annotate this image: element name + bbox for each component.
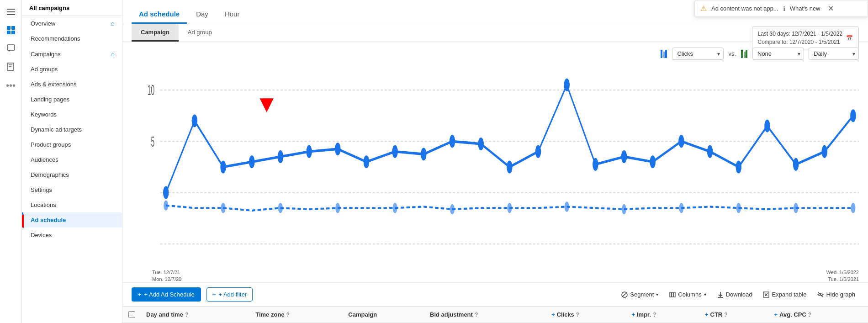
svg-rect-14 — [665, 50, 667, 58]
avg-cpc-info-icon[interactable]: ? — [808, 312, 811, 318]
sidebar-item-adgroups[interactable]: Ad groups — [22, 62, 122, 77]
series-icon-1[interactable] — [660, 49, 667, 59]
dashboard-icon-btn[interactable] — [3, 22, 19, 38]
notification-info-icon[interactable]: ℹ — [783, 5, 785, 12]
tab-hour[interactable]: Hour — [217, 6, 247, 24]
svg-rect-65 — [674, 292, 675, 297]
columns-icon — [669, 291, 676, 298]
metric2-select[interactable]: None Impressions CTR Avg. CPC — [752, 48, 804, 60]
svg-point-58 — [679, 203, 683, 213]
ctr-info-icon[interactable]: ? — [724, 312, 727, 318]
svg-point-32 — [392, 145, 398, 158]
whats-new-label[interactable]: What's new — [790, 5, 820, 12]
notification-bar: ⚠ Ad content was not app... ℹ What's new… — [694, 0, 868, 17]
period-select-wrapper[interactable]: Daily Weekly Monthly — [809, 48, 859, 60]
sidebar-item-landing-pages[interactable]: Landing pages — [22, 92, 122, 107]
sidebar-item-locations[interactable]: Locations — [22, 197, 122, 212]
th-time-zone[interactable]: Time zone ? — [250, 307, 343, 323]
impr-info-icon[interactable]: ? — [653, 312, 656, 318]
sidebar-item-ads-extensions[interactable]: Ads & extensions — [22, 77, 122, 92]
svg-text:5: 5 — [151, 133, 154, 149]
select-all-checkbox[interactable] — [128, 311, 135, 318]
svg-point-42 — [678, 135, 684, 148]
svg-point-57 — [622, 204, 626, 214]
period-select[interactable]: Daily Weekly Monthly — [809, 48, 859, 60]
chat-icon-btn[interactable] — [3, 40, 19, 57]
th-avg-cpc[interactable]: + Avg. CPC ? — [768, 307, 868, 323]
metric1-select[interactable]: Clicks Impressions CTR Avg. CPC — [672, 48, 724, 60]
svg-point-52 — [335, 203, 340, 213]
svg-point-40 — [621, 150, 627, 163]
add-ad-schedule-button[interactable]: + + Add Ad Schedule — [132, 287, 201, 302]
sidebar-item-audiences[interactable]: Audiences — [22, 152, 122, 167]
svg-point-43 — [707, 145, 713, 158]
sidebar-item-devices[interactable]: Devices — [22, 228, 122, 243]
th-campaign[interactable]: Campaign — [343, 307, 424, 323]
svg-rect-63 — [670, 292, 671, 297]
sidebar-item-overview[interactable]: Overview ⌂ — [22, 16, 122, 31]
th-day-time[interactable]: Day and time ? — [141, 307, 250, 323]
th-checkbox — [122, 307, 141, 323]
sidebar-item-recommendations[interactable]: Recommendations — [22, 31, 122, 46]
main-content: ⚠ Ad content was not app... ℹ What's new… — [122, 0, 868, 323]
th-ctr[interactable]: + CTR ? — [699, 307, 769, 323]
svg-point-46 — [793, 158, 799, 171]
th-clicks[interactable]: + Clicks ? — [546, 307, 626, 323]
x-label-left: Tue. 12/7/21 Mon. 12/7/20 — [152, 269, 181, 282]
sidebar-item-label: Locations — [31, 201, 56, 208]
x-label-right: Wed. 1/5/2022 Tue. 1/5/2021 — [826, 269, 859, 282]
expand-table-button[interactable]: Expand table — [759, 288, 810, 301]
sidebar-item-campaigns[interactable]: Campaigns ⌂ — [22, 46, 122, 62]
add-filter-button[interactable]: + + Add filter — [206, 287, 253, 302]
download-button[interactable]: Download — [714, 288, 756, 301]
calendar-icon: 📅 — [846, 35, 853, 41]
time-zone-info-icon[interactable]: ? — [286, 312, 290, 318]
clicks-info-icon[interactable]: ? — [576, 312, 579, 318]
nav-header-title: All campaigns — [29, 5, 69, 11]
hide-graph-button[interactable]: Hide graph — [814, 288, 859, 301]
segment-button[interactable]: Segment ▾ — [618, 288, 662, 301]
sidebar-item-ad-schedule[interactable]: Ad schedule ◀ — [22, 212, 122, 228]
th-bid-adjustment[interactable]: Bid adjustment ? — [424, 307, 546, 323]
notification-close-btn[interactable]: ✕ — [828, 4, 834, 13]
th-impr[interactable]: + Impr. ? — [626, 307, 699, 323]
sidebar-item-dynamic-ad-targets[interactable]: Dynamic ad targets — [22, 122, 122, 137]
svg-rect-64 — [672, 292, 673, 297]
svg-point-27 — [249, 155, 255, 168]
sidebar-item-label: Ad schedule — [31, 217, 66, 223]
more-dots[interactable]: ••• — [6, 80, 16, 91]
day-time-info-icon[interactable]: ? — [185, 312, 188, 318]
metric1-select-wrapper[interactable]: Clicks Impressions CTR Avg. CPC — [672, 48, 724, 60]
tab-ad-schedule[interactable]: Ad schedule — [132, 6, 187, 24]
date-range-box[interactable]: Last 30 days: 12/7/2021 - 1/5/2022 Compa… — [752, 26, 859, 49]
svg-point-30 — [335, 143, 341, 155]
hide-icon — [817, 291, 824, 298]
svg-point-41 — [650, 155, 656, 168]
svg-point-54 — [450, 204, 455, 214]
svg-point-37 — [535, 145, 541, 158]
svg-point-55 — [507, 203, 512, 213]
sub-tab-adgroup[interactable]: Ad group — [179, 24, 221, 42]
svg-marker-8 — [9, 50, 11, 52]
columns-button[interactable]: Columns ▾ — [666, 288, 709, 301]
tag-icon-btn[interactable] — [3, 58, 19, 75]
menu-icon-btn[interactable] — [3, 4, 19, 20]
sidebar-item-product-groups[interactable]: Product groups — [22, 137, 122, 152]
series-icon-2[interactable] — [741, 49, 748, 59]
svg-point-36 — [507, 160, 513, 173]
sidebar-item-demographics[interactable]: Demographics — [22, 167, 122, 182]
svg-text:10: 10 — [148, 82, 154, 98]
bid-adj-info-icon[interactable]: ? — [475, 312, 478, 318]
sidebar-item-label: Devices — [31, 232, 52, 238]
svg-point-51 — [278, 203, 283, 213]
download-icon — [717, 291, 724, 298]
sub-tab-campaign[interactable]: Campaign — [132, 24, 179, 42]
sidebar-item-settings[interactable]: Settings — [22, 182, 122, 197]
add-icon: + — [138, 291, 142, 298]
tab-day[interactable]: Day — [189, 6, 216, 24]
annotation-arrow-left: ◀ — [22, 211, 23, 230]
svg-point-31 — [364, 155, 370, 168]
svg-point-56 — [565, 201, 569, 212]
sidebar-item-keywords[interactable]: Keywords — [22, 107, 122, 122]
metric2-select-wrapper[interactable]: None Impressions CTR Avg. CPC — [752, 48, 804, 60]
